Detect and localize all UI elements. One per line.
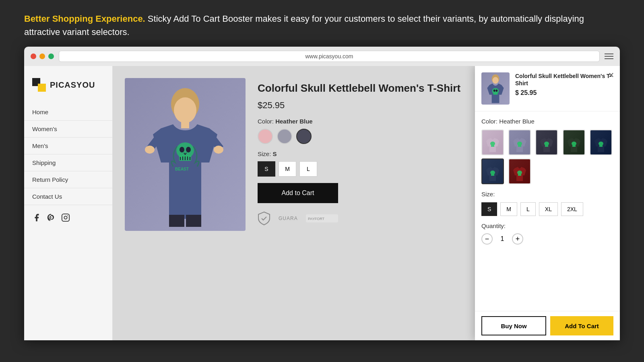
product-tshirt-svg: BEAST (141, 82, 229, 227)
sidebar: PICASYOU Home Women's Men's Shipping Ret… (24, 66, 113, 340)
sticky-panel-body: Color: Heather Blue (475, 111, 620, 311)
sticky-product-name: Colorful Skull Kettlebell Women's T-Shir… (515, 72, 613, 87)
svg-rect-34 (491, 174, 494, 176)
panel-color-thumb-7[interactable] (508, 158, 531, 184)
svg-text:BEAST: BEAST (175, 167, 189, 171)
sticky-add-to-cart-button[interactable]: Add To Cart (550, 316, 613, 335)
svg-point-33 (490, 171, 495, 175)
guarantee-shield-icon (258, 211, 270, 226)
browser-window: www.picasyou.com PICASYOU Home Women's M… (24, 47, 620, 340)
facebook-icon[interactable] (32, 213, 41, 222)
panel-size-btn-xl[interactable]: XL (539, 202, 558, 216)
size-selected-value: S (273, 150, 277, 157)
sticky-panel: Colorful Skull Kettlebell Women's T-Shir… (475, 66, 620, 340)
traffic-light-close[interactable] (31, 53, 36, 59)
size-btn-l[interactable]: L (299, 161, 317, 177)
nav-mens[interactable]: Men's (24, 138, 112, 154)
panel-size-btn-2xl[interactable]: 2XL (561, 202, 583, 216)
svg-point-22 (495, 89, 497, 92)
quantity-section: Quantity: − 1 + (481, 222, 613, 245)
svg-rect-20 (493, 93, 497, 95)
sticky-panel-footer: Buy Now Add To Cart (475, 311, 620, 340)
panel-color-thumb-1[interactable] (481, 130, 504, 155)
svg-rect-28 (545, 145, 548, 147)
product-image-container: BEAST (125, 78, 246, 231)
panel-color-thumb-5[interactable] (590, 130, 612, 155)
panel-size-label: Size: (481, 191, 613, 197)
svg-rect-13 (169, 215, 184, 227)
quantity-value: 1 (498, 235, 506, 243)
add-to-cart-button[interactable]: Add to Cart (258, 183, 338, 203)
svg-point-11 (145, 146, 155, 154)
svg-point-8 (180, 147, 184, 152)
svg-point-21 (493, 89, 495, 92)
quantity-decrease-button[interactable]: − (481, 233, 493, 245)
svg-point-27 (544, 142, 549, 146)
quantity-increase-button[interactable]: + (512, 233, 523, 245)
color-swatch-pink[interactable] (258, 129, 273, 144)
svg-rect-30 (572, 145, 576, 147)
address-bar[interactable]: www.picasyou.com (59, 51, 600, 62)
svg-point-29 (572, 142, 576, 146)
logo-icon-yellow-square (38, 84, 46, 92)
sticky-product-info: Colorful Skull Kettlebell Women's T-Shir… (515, 72, 613, 97)
panel-size-buttons: S M L XL 2XL (481, 202, 613, 216)
size-btn-m[interactable]: M (279, 161, 296, 177)
svg-point-12 (214, 146, 223, 154)
browser-toolbar: www.picasyou.com (24, 47, 620, 66)
sticky-close-button[interactable]: ✕ (608, 71, 614, 80)
hamburger-menu-icon[interactable] (605, 53, 613, 59)
svg-point-31 (599, 142, 603, 146)
logo-icon (32, 78, 46, 92)
svg-rect-32 (599, 145, 603, 147)
svg-rect-26 (518, 145, 521, 147)
quantity-label: Quantity: (481, 222, 613, 229)
svg-point-25 (517, 142, 522, 146)
panel-color-thumb-2[interactable] (508, 130, 531, 155)
traffic-light-minimize[interactable] (39, 53, 45, 59)
buy-now-button[interactable]: Buy Now (481, 316, 546, 335)
svg-text:PAYFORT: PAYFORT (308, 217, 325, 221)
banner-highlight: Better Shopping Experience. (24, 14, 145, 24)
nav-shipping[interactable]: Shipping (24, 154, 112, 171)
panel-size-btn-l[interactable]: L (520, 202, 536, 216)
sticky-thumb-svg (483, 74, 508, 104)
sticky-product-thumbnail (481, 72, 510, 105)
top-banner: Better Shopping Experience. Sticky Add T… (0, 0, 644, 47)
color-swatch-darkgray[interactable] (296, 129, 312, 144)
svg-rect-36 (518, 174, 521, 176)
svg-point-35 (517, 171, 522, 175)
color-selected-value: Heather Blue (275, 118, 313, 125)
product-image: BEAST (125, 78, 246, 231)
nav-womens[interactable]: Women's (24, 121, 112, 138)
svg-point-9 (186, 147, 191, 152)
panel-color-grid (481, 130, 613, 184)
color-swatch-gray[interactable] (277, 129, 292, 144)
svg-rect-5 (181, 120, 189, 128)
svg-point-4 (174, 97, 196, 123)
svg-point-23 (490, 142, 495, 146)
social-icons (24, 205, 112, 230)
panel-color-thumb-3[interactable] (535, 130, 558, 155)
store-logo: PICASYOU (24, 78, 112, 104)
main-product-area: BEAST (113, 66, 620, 340)
panel-color-thumb-4[interactable] (563, 130, 585, 155)
sticky-product-price: $ 25.95 (515, 89, 613, 97)
traffic-light-maximize[interactable] (48, 53, 54, 59)
svg-rect-24 (491, 145, 494, 147)
panel-size-btn-s[interactable]: S (481, 202, 497, 216)
nav-contact-us[interactable]: Contact Us (24, 188, 112, 205)
nav-return-policy[interactable]: Return Policy (24, 171, 112, 188)
panel-size-btn-m[interactable]: M (500, 202, 517, 216)
instagram-icon[interactable] (61, 213, 70, 222)
pinterest-icon[interactable] (47, 213, 56, 222)
sticky-panel-header: Colorful Skull Kettlebell Women's T-Shir… (475, 66, 620, 111)
nav-home[interactable]: Home (24, 104, 112, 121)
svg-rect-0 (62, 214, 69, 221)
panel-color-thumb-6[interactable] (481, 158, 504, 184)
svg-rect-14 (186, 215, 201, 227)
store-name: PICASYOU (50, 80, 95, 90)
size-btn-s[interactable]: S (258, 161, 275, 177)
svg-point-2 (67, 215, 68, 216)
svg-point-18 (493, 77, 499, 84)
